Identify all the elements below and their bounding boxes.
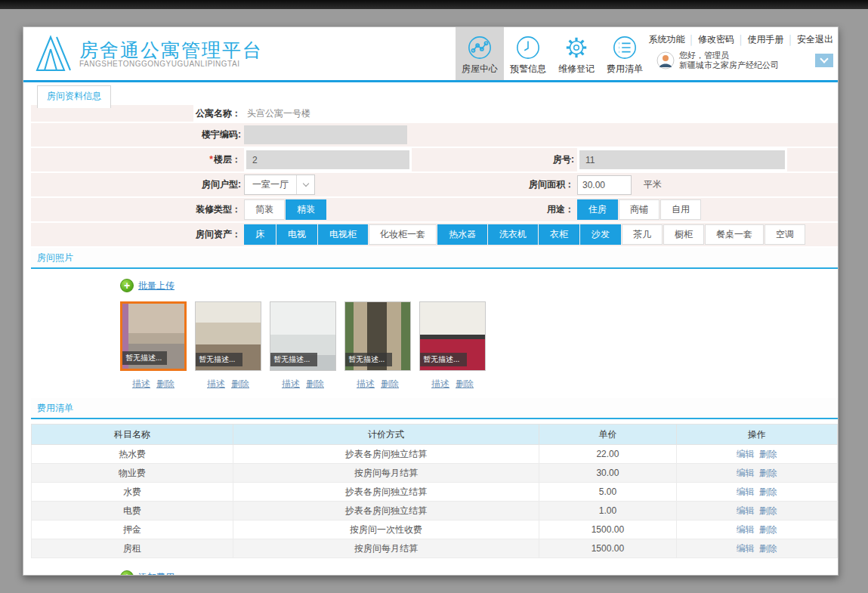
room-photo-living[interactable]: 暂无描述... bbox=[120, 301, 187, 371]
header-right: 系统功能│修改密码│使用手册│安全退出 您好，管理员 新疆城市之家房产经纪公司 bbox=[649, 27, 838, 80]
floor-label: *楼层： bbox=[31, 153, 241, 166]
room-photo-corridor[interactable]: 暂无描述... bbox=[344, 301, 411, 371]
fee-edit-link[interactable]: 编辑 bbox=[737, 543, 755, 554]
fee-delete-link[interactable]: 删除 bbox=[759, 486, 777, 497]
plus-icon: + bbox=[120, 570, 134, 576]
system-link[interactable]: 系统功能 bbox=[649, 33, 685, 46]
fee-row: 房租按房间每月结算1500.00编辑删除 bbox=[32, 539, 838, 558]
fee-edit-link[interactable]: 编辑 bbox=[737, 524, 755, 535]
fee-delete-link[interactable]: 删除 bbox=[759, 449, 777, 459]
asset-option[interactable]: 洗衣机 bbox=[488, 224, 538, 245]
fee-price: 30.00 bbox=[539, 464, 676, 483]
user-info: 您好，管理员 新疆城市之家房产经纪公司 bbox=[656, 51, 833, 70]
fee-pricing: 按房间每月结算 bbox=[233, 464, 539, 483]
fee-edit-link[interactable]: 编辑 bbox=[737, 449, 755, 459]
photo-caption: 暂无描述... bbox=[122, 351, 167, 365]
asset-option[interactable]: 热水器 bbox=[437, 224, 487, 245]
tab-room-info[interactable]: 房间资料信息 bbox=[37, 85, 111, 108]
usage-option[interactable]: 商铺 bbox=[619, 199, 659, 220]
photo-list: 暂无描述...描述删除暂无描述...描述删除暂无描述...描述删除暂无描述...… bbox=[31, 298, 838, 398]
system-link[interactable]: 修改密码 bbox=[698, 33, 734, 46]
photo-caption: 暂无描述... bbox=[345, 353, 392, 366]
fee-delete-link[interactable]: 删除 bbox=[759, 543, 777, 554]
room-photo-bath[interactable]: 暂无描述... bbox=[270, 301, 336, 371]
fee-ops: 编辑删除 bbox=[676, 445, 837, 464]
apartment-name-label: 公寓名称： bbox=[31, 107, 241, 120]
system-link[interactable]: 使用手册 bbox=[748, 33, 784, 46]
user-menu-toggle[interactable] bbox=[815, 54, 833, 67]
fee-ops: 编辑删除 bbox=[676, 539, 837, 558]
asset-option[interactable]: 空调 bbox=[765, 224, 805, 245]
asset-option[interactable]: 橱柜 bbox=[663, 224, 704, 245]
asset-option[interactable]: 化妆柜一套 bbox=[369, 224, 437, 245]
main-nav: 房屋中心预警信息维修登记费用清单 bbox=[456, 27, 649, 80]
room-photo-bedroom[interactable]: 暂无描述... bbox=[195, 301, 261, 371]
photo-desc-link[interactable]: 描述 bbox=[431, 378, 449, 389]
fee-row: 物业费按房间每月结算30.00编辑删除 bbox=[32, 464, 838, 483]
asset-option[interactable]: 衣柜 bbox=[539, 224, 579, 245]
room-type-select[interactable]: 一室一厅 bbox=[244, 175, 315, 195]
tent-logo-icon bbox=[34, 34, 73, 73]
photo-block: 暂无描述...描述删除 bbox=[419, 301, 486, 391]
fee-pricing: 按房间一次性收费 bbox=[233, 520, 539, 539]
asset-option[interactable]: 沙发 bbox=[580, 224, 621, 245]
fee-edit-link[interactable]: 编辑 bbox=[737, 505, 755, 516]
asset-options: 床电视电视柜化妆柜一套热水器洗衣机衣柜沙发茶几橱柜餐桌一套空调 bbox=[244, 224, 806, 245]
avatar bbox=[656, 51, 675, 69]
photo-delete-link[interactable]: 删除 bbox=[231, 378, 249, 389]
room-no-field[interactable] bbox=[579, 150, 785, 169]
photo-desc-link[interactable]: 描述 bbox=[132, 378, 150, 389]
asset-option[interactable]: 电视 bbox=[276, 224, 317, 245]
select-arrow-icon bbox=[296, 175, 314, 194]
asset-option[interactable]: 电视柜 bbox=[318, 224, 368, 245]
asset-option[interactable]: 床 bbox=[244, 224, 276, 245]
chart-icon bbox=[467, 35, 493, 60]
floor-field[interactable] bbox=[246, 150, 409, 169]
fee-delete-link[interactable]: 删除 bbox=[759, 505, 777, 516]
photo-delete-link[interactable]: 删除 bbox=[456, 378, 474, 389]
decoration-option[interactable]: 简装 bbox=[244, 199, 285, 220]
photo-desc-link[interactable]: 描述 bbox=[357, 378, 375, 389]
fee-edit-link[interactable]: 编辑 bbox=[737, 486, 755, 497]
plus-icon: + bbox=[120, 279, 134, 292]
fee-edit-link[interactable]: 编辑 bbox=[737, 468, 755, 478]
area-label: 房间面积： bbox=[434, 178, 574, 191]
area-field[interactable] bbox=[577, 175, 632, 195]
asset-option[interactable]: 茶几 bbox=[622, 224, 663, 245]
photo-delete-link[interactable]: 删除 bbox=[306, 378, 324, 389]
fee-pricing: 抄表各房间独立结算 bbox=[233, 483, 539, 502]
fee-ops: 编辑删除 bbox=[676, 464, 837, 483]
building-code-field[interactable] bbox=[244, 125, 407, 144]
fee-delete-link[interactable]: 删除 bbox=[759, 468, 777, 478]
nav-item-list[interactable]: 费用清单 bbox=[601, 27, 649, 80]
photo-block: 暂无描述...描述删除 bbox=[344, 301, 411, 391]
usage-option[interactable]: 自用 bbox=[660, 199, 701, 220]
photo-desc-link[interactable]: 描述 bbox=[282, 378, 300, 389]
photo-delete-link[interactable]: 删除 bbox=[381, 378, 399, 389]
photos-section-title: 房间照片 bbox=[31, 248, 838, 269]
fee-row: 热水费抄表各房间独立结算22.00编辑删除 bbox=[32, 445, 838, 464]
add-fee-link[interactable]: 添加费用 bbox=[138, 571, 175, 576]
tab-bar: 房间资料信息 bbox=[23, 82, 838, 105]
fee-name: 房租 bbox=[32, 539, 233, 558]
room-no-label: 房号: bbox=[434, 153, 574, 166]
fee-pricing: 抄表各房间独立结算 bbox=[233, 502, 539, 520]
apartment-name-value: 头宫公寓一号楼 bbox=[247, 107, 310, 120]
fee-ops: 编辑删除 bbox=[676, 483, 837, 502]
user-company: 新疆城市之家房产经纪公司 bbox=[679, 60, 811, 70]
usage-option[interactable]: 住房 bbox=[577, 199, 618, 220]
fee-delete-link[interactable]: 删除 bbox=[759, 524, 777, 535]
nav-item-gear[interactable]: 维修登记 bbox=[552, 27, 601, 80]
photo-block: 暂无描述...描述删除 bbox=[195, 301, 261, 391]
fee-price: 1.00 bbox=[539, 502, 676, 520]
nav-item-clock[interactable]: 预警信息 bbox=[504, 27, 552, 80]
batch-upload-link[interactable]: 批量上传 bbox=[138, 280, 175, 292]
photo-delete-link[interactable]: 删除 bbox=[156, 378, 175, 389]
room-photo-kitchen[interactable]: 暂无描述... bbox=[419, 301, 486, 371]
fee-name: 押金 bbox=[32, 520, 233, 539]
asset-option[interactable]: 餐桌一套 bbox=[705, 224, 764, 245]
system-link[interactable]: 安全退出 bbox=[797, 33, 833, 46]
nav-item-chart[interactable]: 房屋中心 bbox=[456, 27, 504, 80]
decoration-option[interactable]: 精装 bbox=[286, 199, 326, 220]
photo-desc-link[interactable]: 描述 bbox=[207, 378, 225, 389]
